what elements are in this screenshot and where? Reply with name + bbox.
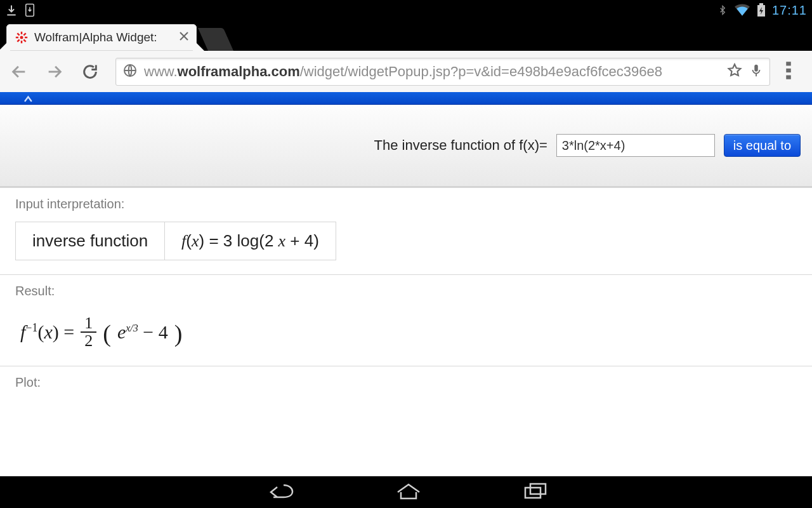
svg-rect-18 bbox=[786, 68, 791, 72]
pod-label: Plot: bbox=[15, 375, 797, 390]
pod-plot: Plot: bbox=[0, 366, 812, 404]
url-text: www.wolframalpha.com/widget/widgetPopup.… bbox=[144, 64, 720, 80]
pod-input-interpretation: Input interpretation: inverse function f… bbox=[0, 187, 812, 274]
wolfram-favicon-icon bbox=[15, 31, 28, 44]
bookmark-star-icon[interactable] bbox=[726, 62, 743, 81]
browser-chrome: Wolfram|Alpha Widget: www.wolframalpha.c… bbox=[0, 20, 812, 92]
url-path: /widget/widgetPopup.jsp?p=v&id=e498b4e9a… bbox=[300, 64, 662, 79]
forward-button[interactable] bbox=[44, 62, 65, 82]
status-clock: 17:11 bbox=[772, 3, 807, 18]
result-expression: f−1(x) = 12 ( ex/3 − 4 ) bbox=[15, 309, 797, 352]
svg-rect-15 bbox=[754, 64, 758, 71]
svg-rect-21 bbox=[530, 484, 546, 494]
overflow-menu-button[interactable] bbox=[785, 61, 803, 83]
svg-line-8 bbox=[17, 33, 19, 35]
battery-icon bbox=[757, 3, 766, 17]
nav-back-button[interactable] bbox=[265, 481, 294, 503]
query-prompt: The inverse function of f(x)= bbox=[374, 137, 547, 154]
pod-label: Result: bbox=[15, 284, 797, 298]
nav-recents-button[interactable] bbox=[523, 482, 547, 502]
interpretation-expression: f(x) = 3 log(2 x + 4) bbox=[165, 222, 336, 260]
tab-strip: Wolfram|Alpha Widget: bbox=[0, 20, 812, 51]
android-status-bar: 17:11 bbox=[0, 0, 812, 20]
header-caret-icon bbox=[24, 95, 34, 102]
reload-button[interactable] bbox=[80, 62, 100, 82]
svg-line-9 bbox=[23, 39, 25, 41]
url-prefix: www. bbox=[144, 64, 178, 79]
new-tab-affordance[interactable] bbox=[198, 28, 233, 51]
page-content: The inverse function of f(x)= is equal t… bbox=[0, 92, 812, 476]
interpretation-keyword: inverse function bbox=[15, 222, 165, 260]
globe-icon bbox=[122, 63, 138, 81]
download-icon bbox=[5, 4, 18, 17]
pod-label: Input interpretation: bbox=[15, 197, 797, 211]
svg-rect-2 bbox=[759, 3, 763, 5]
query-bar: The inverse function of f(x)= is equal t… bbox=[0, 105, 812, 187]
svg-line-10 bbox=[23, 33, 25, 35]
svg-rect-17 bbox=[786, 62, 791, 65]
svg-rect-20 bbox=[525, 488, 540, 498]
android-nav-bar bbox=[0, 476, 812, 508]
nav-home-button[interactable] bbox=[395, 482, 422, 502]
browser-tab[interactable]: Wolfram|Alpha Widget: bbox=[6, 24, 197, 51]
browser-toolbar: www.wolframalpha.com/widget/widgetPopup.… bbox=[0, 51, 812, 92]
bluetooth-icon bbox=[717, 3, 728, 17]
device-update-icon bbox=[24, 3, 36, 17]
mic-icon[interactable] bbox=[749, 62, 763, 81]
function-input[interactable] bbox=[556, 134, 715, 157]
submit-button[interactable]: is equal to bbox=[724, 134, 801, 157]
svg-point-3 bbox=[20, 36, 23, 39]
url-host: wolframalpha.com bbox=[178, 64, 300, 79]
svg-line-11 bbox=[17, 39, 19, 41]
back-button[interactable] bbox=[9, 62, 29, 82]
address-bar[interactable]: www.wolframalpha.com/widget/widgetPopup.… bbox=[115, 58, 770, 86]
svg-rect-19 bbox=[786, 75, 791, 79]
wifi-icon bbox=[734, 4, 750, 17]
widget-header-strip bbox=[0, 92, 812, 105]
tab-close-icon[interactable] bbox=[179, 31, 189, 44]
tab-title: Wolfram|Alpha Widget: bbox=[34, 30, 173, 44]
pod-result: Result: f−1(x) = 12 ( ex/3 − 4 ) bbox=[0, 274, 812, 366]
